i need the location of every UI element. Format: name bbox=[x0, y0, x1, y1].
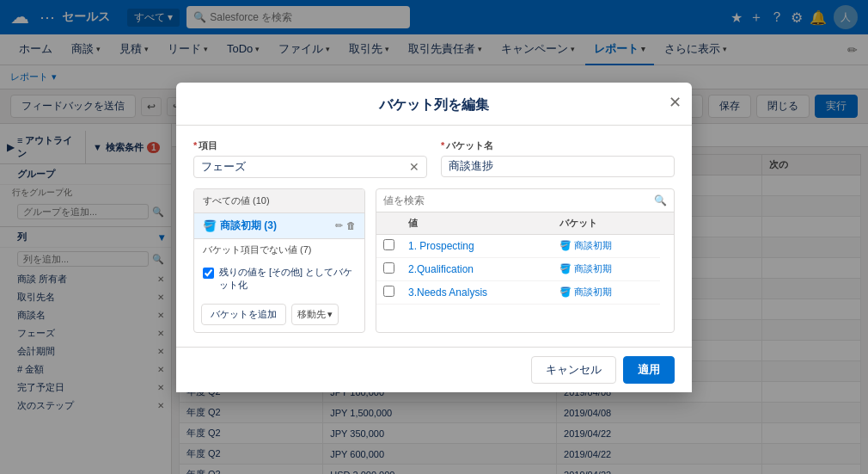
modal-bucket-name-input[interactable] bbox=[449, 160, 667, 173]
modal-item-input-wrap[interactable]: ✕ bbox=[193, 156, 427, 178]
cell-row-checkbox[interactable] bbox=[376, 234, 401, 257]
modal-bucket-item[interactable]: 🪣 商談初期 (3) ✏ 🗑 bbox=[194, 213, 364, 239]
col-scroll-header bbox=[660, 212, 674, 235]
modal-field-row: 項目 ✕ バケット名 bbox=[193, 139, 675, 178]
move-to-arrow-icon: ▾ bbox=[327, 309, 333, 320]
modal-header: バケット列を編集 ✕ bbox=[176, 83, 692, 126]
cell-value: 2.Qualification bbox=[401, 257, 553, 280]
row-checkbox[interactable] bbox=[383, 262, 394, 274]
bucket-tag-icon: 🪣 bbox=[559, 240, 572, 251]
modal-footer: キャンセル 適用 bbox=[176, 347, 692, 392]
bucket-delete-icon[interactable]: 🗑 bbox=[346, 220, 356, 231]
modal-dialog: バケット列を編集 ✕ 項目 ✕ バケット名 bbox=[176, 83, 692, 392]
modal-bucket-name-input-wrap[interactable] bbox=[441, 156, 675, 177]
modal-close-button[interactable]: ✕ bbox=[669, 93, 682, 112]
modal-table-row: 3.Needs Analysis 🪣 商談初期 bbox=[376, 280, 674, 304]
values-table: 値 バケット 1. Prospecting 🪣 商談初期 bbox=[376, 212, 674, 305]
move-to-dropdown[interactable]: 移動先 ▾ bbox=[291, 304, 339, 325]
bucket-tag-label: 商談初期 bbox=[574, 286, 612, 299]
cell-bucket: 🪣 商談初期 bbox=[553, 257, 660, 280]
modal-left-bottom: バケットを追加 移動先 ▾ bbox=[194, 297, 364, 332]
modal-values-table: 値 バケット 1. Prospecting 🪣 商談初期 bbox=[376, 212, 674, 332]
row-checkbox[interactable] bbox=[383, 286, 394, 297]
cancel-button[interactable]: キャンセル bbox=[531, 356, 616, 384]
bucket-icon: 🪣 bbox=[203, 219, 217, 232]
modal-overlay: バケット列を編集 ✕ 項目 ✕ バケット名 bbox=[0, 0, 868, 474]
apply-button[interactable]: 適用 bbox=[623, 356, 675, 384]
cell-value: 1. Prospecting bbox=[401, 234, 553, 257]
modal-body: 項目 ✕ バケット名 すべての値 (10) bbox=[176, 126, 692, 347]
modal-right-panel: 🔍 値 バケット bbox=[376, 188, 675, 333]
modal-item-field: 項目 ✕ bbox=[193, 139, 427, 178]
modal-content-row: すべての値 (10) 🪣 商談初期 (3) ✏ 🗑 バケット項目でない値 (7) bbox=[193, 188, 675, 333]
bucket-edit-icon[interactable]: ✏ bbox=[335, 220, 343, 231]
modal-item-clear-icon[interactable]: ✕ bbox=[409, 160, 419, 174]
modal-left-panel: すべての値 (10) 🪣 商談初期 (3) ✏ 🗑 バケット項目でない値 (7) bbox=[193, 188, 365, 333]
move-to-label: 移動先 bbox=[297, 308, 326, 321]
cell-row-checkbox[interactable] bbox=[376, 280, 401, 304]
col-checkbox-header bbox=[376, 212, 401, 235]
bucket-tag-icon: 🪣 bbox=[559, 263, 572, 274]
modal-item-input[interactable] bbox=[201, 160, 406, 173]
bucket-actions: ✏ 🗑 bbox=[335, 220, 356, 231]
modal-bucket-name-label: バケット名 bbox=[441, 139, 675, 152]
modal-table-row: 2.Qualification 🪣 商談初期 bbox=[376, 257, 674, 280]
modal-table-row: 1. Prospecting 🪣 商談初期 bbox=[376, 234, 674, 257]
bucket-others-checkbox[interactable] bbox=[203, 268, 214, 279]
modal-bucket-name-field: バケット名 bbox=[441, 139, 675, 178]
col-value-header: 値 bbox=[401, 212, 553, 235]
cell-bucket: 🪣 商談初期 bbox=[553, 234, 660, 257]
bucket-tag-icon: 🪣 bbox=[559, 286, 572, 298]
modal-value-search-input[interactable] bbox=[383, 194, 651, 206]
bucket-tag-label: 商談初期 bbox=[574, 262, 612, 275]
col-bucket-header: バケット bbox=[553, 212, 660, 235]
add-bucket-button[interactable]: バケットを追加 bbox=[201, 304, 286, 325]
cell-value: 3.Needs Analysis bbox=[401, 280, 553, 304]
cell-row-checkbox[interactable] bbox=[376, 257, 401, 280]
bucket-name-label: 🪣 商談初期 (3) bbox=[203, 219, 277, 233]
modal-search-icon: 🔍 bbox=[654, 194, 667, 206]
cell-bucket: 🪣 商談初期 bbox=[553, 280, 660, 304]
modal-right-search-bar[interactable]: 🔍 bbox=[376, 189, 674, 212]
modal-all-values-header: すべての値 (10) bbox=[194, 189, 364, 213]
modal-checkbox-row: 残りの値を [その他] としてバケット化 bbox=[194, 261, 364, 297]
row-checkbox[interactable] bbox=[383, 239, 394, 250]
modal-title: バケット列を編集 bbox=[193, 96, 675, 114]
modal-item-label: 項目 bbox=[193, 139, 427, 152]
bucket-tag-label: 商談初期 bbox=[574, 239, 612, 252]
bucket-others-label: 残りの値を [その他] としてバケット化 bbox=[219, 266, 356, 292]
non-bucket-text: バケット項目でない値 (7) bbox=[194, 239, 364, 261]
